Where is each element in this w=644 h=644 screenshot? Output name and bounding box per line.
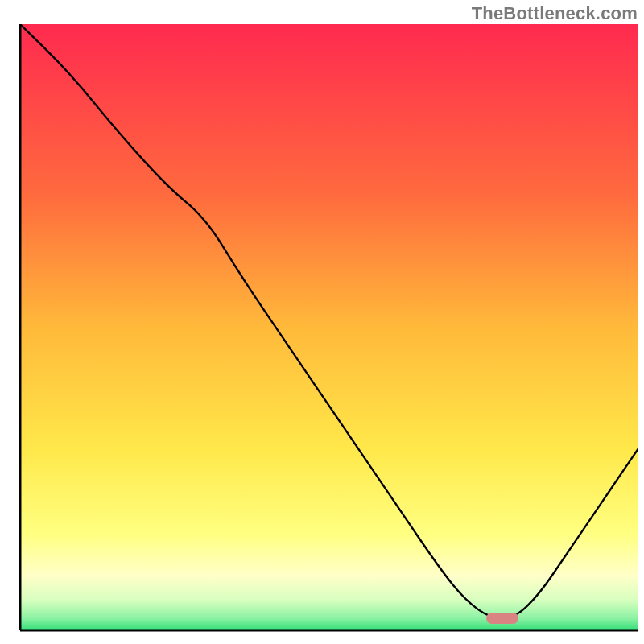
- chart-background: [20, 24, 638, 630]
- bottleneck-chart: [0, 0, 644, 644]
- optimal-point-marker: [486, 613, 518, 624]
